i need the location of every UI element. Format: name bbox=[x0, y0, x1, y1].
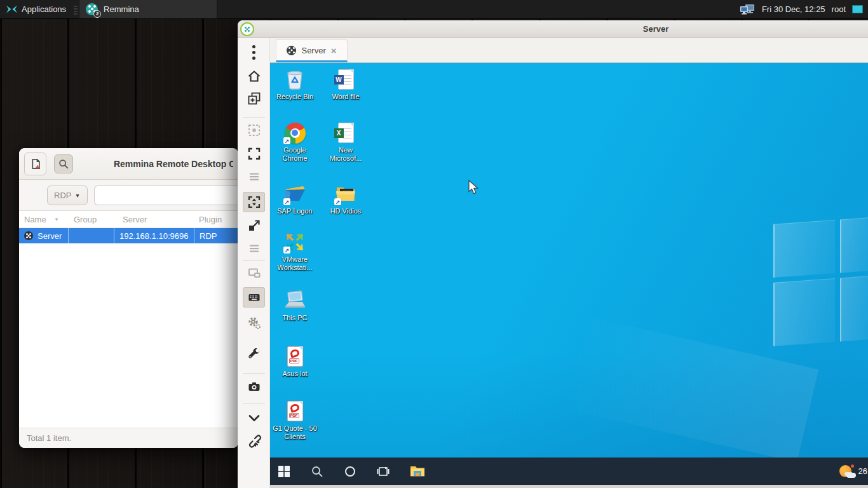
desktop-icon-word-file[interactable]: W Word file bbox=[323, 68, 369, 101]
desktop-icon-asus-iot[interactable]: PDF Asus iot bbox=[272, 345, 318, 378]
file-explorer-button[interactable] bbox=[403, 458, 431, 485]
desktop-icon-recycle-bin[interactable]: Recycle Bin bbox=[272, 68, 318, 101]
tab-label: Server bbox=[301, 46, 325, 55]
toolbar-separator bbox=[243, 373, 265, 374]
desktop-icon-sap-logon[interactable]: ↗ SAP Logon bbox=[272, 182, 318, 215]
pdf-document-icon: PDF bbox=[283, 345, 306, 368]
desktop-icon-this-pc[interactable]: This PC bbox=[272, 289, 318, 322]
video-folder-icon: ↗ bbox=[334, 182, 357, 205]
remmina-viewer-window: Server bbox=[238, 20, 868, 488]
remmina-header-bar[interactable]: Remmina Remote Desktop C bbox=[19, 148, 238, 180]
display-settings-icon[interactable] bbox=[739, 3, 756, 16]
taskbar-tray: 26 bbox=[839, 458, 868, 485]
multi-monitor-icon[interactable] bbox=[243, 263, 265, 283]
protocol-dropdown[interactable]: RDP ▾ bbox=[47, 186, 88, 205]
viewer-bottom-border bbox=[270, 485, 868, 488]
kebab-menu-icon[interactable] bbox=[243, 42, 265, 62]
grab-keyboard-icon[interactable] bbox=[243, 287, 265, 308]
window-title: Remmina Remote Desktop C bbox=[114, 159, 233, 169]
vmware-workstation-icon: ↗ bbox=[283, 231, 306, 254]
remmina-app-icon[interactable] bbox=[240, 22, 254, 36]
search-toolbar: RDP ▾ bbox=[19, 180, 238, 211]
mouse-cursor bbox=[468, 180, 479, 195]
desktop-icon-vmware-workstation[interactable]: ↗ VMware Workstati... bbox=[272, 231, 318, 272]
fit-window-icon[interactable] bbox=[243, 120, 265, 140]
top-panel: Applications 2 Remmina bbox=[0, 0, 868, 19]
panel-separator-grip bbox=[74, 4, 78, 15]
column-header-server[interactable]: Server bbox=[114, 215, 194, 224]
status-bar: Total 1 item. bbox=[19, 428, 238, 448]
taskbar-search-button[interactable] bbox=[303, 458, 331, 485]
home-icon[interactable] bbox=[243, 66, 265, 86]
task-view-icon bbox=[377, 465, 390, 478]
shortcut-arrow-icon: ↗ bbox=[334, 198, 341, 205]
remmina-main-window: Remmina Remote Desktop C RDP ▾ Name ▾ Gr… bbox=[19, 148, 238, 448]
connection-table-header: Name ▾ Group Server Plugin bbox=[19, 211, 238, 228]
new-connection-button[interactable] bbox=[24, 152, 46, 175]
protocol-value: RDP bbox=[54, 191, 71, 200]
desktop-icon-g1-quote[interactable]: PDF G1 Quote - 50 Clients bbox=[272, 400, 318, 441]
pdf-document-icon: PDF bbox=[283, 400, 306, 423]
start-icon bbox=[278, 466, 290, 477]
row-plugin: RDP bbox=[194, 228, 238, 243]
panel-right: Fri 30 Dec, 12:25 root bbox=[739, 0, 868, 18]
preferences-gear-icon[interactable] bbox=[243, 313, 265, 333]
column-header-name[interactable]: Name ▾ bbox=[19, 215, 69, 224]
shortcut-arrow-icon: ↗ bbox=[283, 198, 290, 205]
toolbar-lines-icon[interactable] bbox=[243, 166, 265, 187]
window-button-label: Remmina bbox=[104, 4, 139, 14]
viewer-window-title: Server bbox=[618, 20, 694, 37]
desktop-icon-google-chrome[interactable]: ↗ Google Chrome bbox=[272, 121, 318, 163]
chevron-down-icon: ▾ bbox=[76, 192, 79, 199]
this-pc-icon bbox=[283, 289, 306, 312]
rdp-remote-screen[interactable]: Recycle Bin W Word file ↗ bbox=[270, 63, 868, 488]
remmina-tray-icon: 2 bbox=[86, 3, 98, 16]
weather-icon[interactable] bbox=[839, 464, 856, 478]
column-header-group[interactable]: Group bbox=[69, 215, 114, 224]
chrome-icon: ↗ bbox=[283, 121, 306, 144]
word-document-icon: W bbox=[334, 68, 357, 91]
fullscreen-icon[interactable] bbox=[243, 144, 265, 164]
panel-user: root bbox=[832, 4, 846, 14]
applications-menu-button[interactable]: Applications bbox=[0, 0, 72, 18]
desktop-icon-hd-vidios[interactable]: ↗ HD Vidios bbox=[323, 182, 369, 215]
toolbar-lines-icon[interactable] bbox=[243, 238, 265, 259]
cortana-icon bbox=[344, 465, 356, 478]
search-toggle-button[interactable] bbox=[54, 154, 73, 173]
desktop-icon-new-microsoft-excel[interactable]: X New Microsof... bbox=[323, 121, 369, 163]
column-header-plugin[interactable]: Plugin bbox=[194, 215, 238, 224]
remmina-connection-icon bbox=[287, 46, 296, 55]
temperature-value[interactable]: 26 bbox=[858, 466, 867, 476]
screenshot-camera-icon[interactable] bbox=[243, 377, 265, 397]
badge-count: 2 bbox=[93, 10, 101, 18]
tab-server[interactable]: Server × bbox=[276, 39, 348, 62]
shortcut-arrow-icon: ↗ bbox=[283, 247, 290, 254]
dynamic-resolution-icon[interactable] bbox=[243, 192, 265, 212]
start-button[interactable] bbox=[270, 458, 298, 485]
task-view-button[interactable] bbox=[369, 458, 397, 485]
scaled-mode-icon[interactable] bbox=[243, 215, 265, 236]
screen: Applications 2 Remmina bbox=[0, 0, 868, 488]
cortana-button[interactable] bbox=[336, 458, 364, 485]
viewer-tab-bar: Server × bbox=[270, 38, 868, 63]
viewer-titlebar[interactable]: Server bbox=[238, 20, 868, 38]
connection-list-empty-area bbox=[19, 243, 238, 448]
disconnect-link-icon[interactable] bbox=[243, 430, 265, 451]
minimize-chevron-icon[interactable] bbox=[243, 408, 265, 428]
toolbar-separator bbox=[243, 117, 265, 118]
search-input[interactable] bbox=[94, 186, 238, 205]
toolbar-separator bbox=[243, 403, 265, 404]
excel-document-icon: X bbox=[334, 121, 357, 144]
row-server: 192.168.1.10:9696 bbox=[114, 228, 194, 243]
workspace-indicator-icon[interactable] bbox=[852, 5, 863, 13]
new-connection-icon[interactable] bbox=[243, 88, 265, 109]
applications-label: Applications bbox=[22, 4, 66, 14]
row-group bbox=[69, 228, 114, 243]
close-icon[interactable]: × bbox=[331, 46, 337, 55]
taskbar-window-button-remmina[interactable]: 2 Remmina bbox=[79, 0, 217, 18]
windows-wallpaper-logo bbox=[773, 217, 868, 346]
tools-wrench-icon[interactable] bbox=[243, 344, 265, 364]
toolbar-separator bbox=[243, 260, 265, 261]
panel-clock[interactable]: Fri 30 Dec, 12:25 bbox=[762, 4, 825, 14]
connection-row-server[interactable]: Server 192.168.1.10:9696 RDP bbox=[19, 228, 238, 243]
